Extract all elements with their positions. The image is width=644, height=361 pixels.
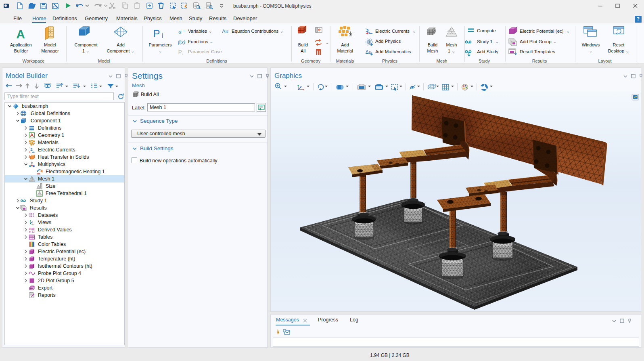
svg-text:f(x): f(x) bbox=[178, 39, 185, 45]
svg-text:P: P bbox=[153, 27, 160, 40]
svg-text:i: i bbox=[162, 32, 163, 40]
svg-text:+: + bbox=[366, 31, 368, 36]
svg-text:a: a bbox=[178, 28, 182, 35]
svg-text:Δu: Δu bbox=[222, 28, 228, 34]
svg-text:A: A bbox=[16, 27, 25, 41]
svg-text:↓: ↓ bbox=[182, 52, 184, 56]
svg-text:P: P bbox=[178, 49, 182, 55]
svg-text:=: = bbox=[182, 28, 186, 34]
